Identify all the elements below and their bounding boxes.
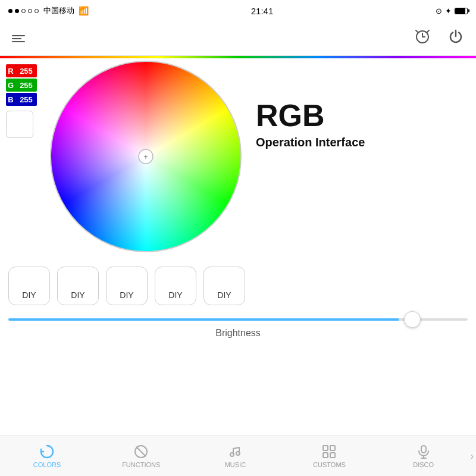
svg-rect-15: [323, 453, 328, 458]
battery-icon: [455, 8, 468, 14]
color-preview-box[interactable]: [6, 111, 33, 138]
tab-item-music[interactable]: MUSIC: [188, 444, 282, 468]
lock-icon: ⊙: [436, 7, 442, 15]
signal-dot-4: [28, 9, 32, 13]
r-label: R: [6, 64, 15, 77]
color-wheel-container[interactable]: +: [48, 58, 244, 255]
menu-line-2: [12, 38, 21, 39]
brightness-slider-track[interactable]: [8, 314, 468, 325]
nav-bar: [0, 21, 476, 56]
alarm-button[interactable]: [414, 28, 431, 49]
disco-icon: [416, 444, 431, 459]
signal-dot-5: [35, 9, 39, 13]
svg-line-4: [427, 30, 429, 32]
bluetooth-icon: ✦: [445, 7, 452, 15]
svg-point-12: [236, 452, 240, 455]
tab-label-functions: FUNCTIONS: [122, 461, 160, 468]
svg-text:+: +: [143, 152, 148, 161]
functions-icon: [133, 444, 149, 459]
diy-button-1[interactable]: DIY: [8, 267, 50, 305]
status-bar: 中国移动 📶 21:41 ⊙ ✦: [0, 0, 476, 21]
rgb-subtitle: Operation Interface: [256, 136, 365, 149]
svg-line-3: [416, 30, 418, 32]
tab-arrow-right: ›: [471, 451, 476, 462]
svg-rect-13: [323, 446, 328, 450]
menu-button[interactable]: [12, 35, 25, 42]
g-label: G: [6, 79, 15, 92]
svg-point-11: [230, 453, 234, 456]
music-icon: [227, 444, 243, 459]
diy-button-2[interactable]: DIY: [57, 267, 99, 305]
brightness-section: Brightness: [0, 314, 476, 339]
b-label: B: [6, 93, 15, 106]
signal-dot-2: [15, 9, 19, 13]
tab-label-customs: CUSTOMS: [313, 461, 346, 468]
signal-dot-3: [21, 9, 26, 13]
svg-rect-17: [421, 446, 426, 453]
battery-fill: [455, 8, 465, 14]
tab-label-disco: DISCO: [413, 461, 434, 468]
tab-label-colors: COLORS: [33, 461, 61, 468]
status-carrier-area: 中国移动 📶: [8, 5, 89, 16]
right-panel: RGB Operation Interface: [250, 64, 365, 149]
r-value: 255: [15, 64, 37, 77]
b-value: 255: [15, 93, 37, 106]
colors-icon: [39, 444, 55, 459]
rgb-panel: R 255 G 255 B 255: [6, 64, 42, 138]
color-section: R 255 G 255 B 255: [0, 58, 476, 255]
svg-line-10: [136, 447, 146, 456]
menu-line-1: [12, 35, 25, 36]
r-row: R 255: [6, 64, 42, 77]
power-button[interactable]: [447, 28, 464, 49]
wifi-icon: 📶: [79, 6, 89, 15]
diy-button-3[interactable]: DIY: [106, 267, 148, 305]
nav-right-icons: [414, 28, 464, 49]
b-row: B 255: [6, 93, 42, 106]
diy-button-4[interactable]: DIY: [155, 267, 196, 305]
tab-item-disco[interactable]: DISCO: [377, 444, 471, 468]
color-wheel[interactable]: +: [48, 58, 244, 255]
menu-line-3: [12, 41, 25, 42]
tab-item-customs[interactable]: CUSTOMS: [282, 444, 376, 468]
tab-item-functions[interactable]: FUNCTIONS: [94, 444, 188, 468]
slider-track: [8, 318, 468, 321]
status-right-icons: ⊙ ✦: [436, 7, 468, 15]
diy-section: DIY DIY DIY DIY DIY: [0, 261, 476, 311]
status-time: 21:41: [251, 6, 274, 16]
signal-dot-1: [8, 9, 12, 13]
brightness-label: Brightness: [8, 328, 468, 339]
main-content: R 255 G 255 B 255: [0, 58, 476, 436]
svg-rect-16: [330, 453, 335, 458]
tab-item-colors[interactable]: COLORS: [0, 444, 94, 468]
g-row: G 255: [6, 79, 42, 92]
g-value: 255: [15, 79, 37, 92]
svg-rect-14: [330, 446, 335, 450]
carrier-name: 中国移动: [43, 5, 74, 16]
rgb-title: RGB: [256, 100, 325, 131]
customs-icon: [321, 444, 337, 459]
diy-button-5[interactable]: DIY: [203, 267, 245, 305]
tab-bar: COLORS FUNCTIONS MUSIC CUSTOMS: [0, 436, 476, 476]
tab-label-music: MUSIC: [225, 461, 246, 468]
slider-thumb[interactable]: [404, 311, 421, 328]
